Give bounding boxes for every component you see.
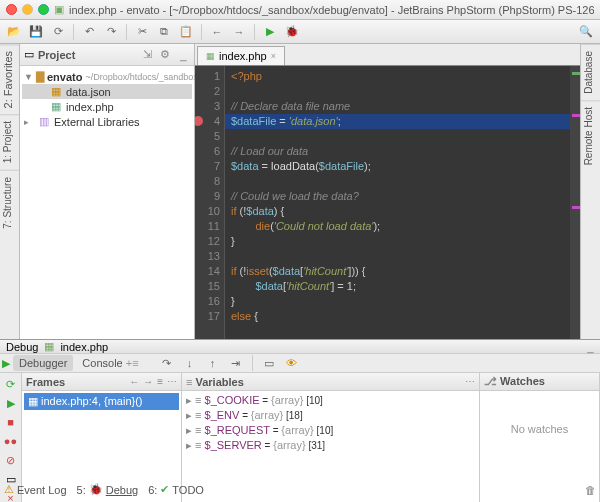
code-area[interactable]: <?php// Declare data file name$dataFile … — [225, 66, 580, 339]
debug-tabs: ▶ Debugger Console +≡ ↷ ↓ ↑ ⇥ ▭ 👁 — [0, 354, 600, 373]
file-icon: ▣ — [54, 3, 64, 16]
watches-panel: ⎇ Watches No watches + − — [480, 373, 600, 502]
close-icon[interactable]: × — [271, 51, 276, 61]
next-icon[interactable]: → — [143, 376, 153, 387]
tab-console[interactable]: Console +≡ — [76, 355, 144, 371]
open-icon[interactable]: 📂 — [4, 23, 24, 41]
variable-row[interactable]: ▸ ≡ $_SERVER = {array} [31] — [184, 438, 477, 453]
project-panel: ▭ Project ⇲ ⚙ ⎯ ▼ ▇ envato ~/Dropbox/htd… — [20, 44, 195, 339]
thread-icon[interactable]: ≡ — [157, 376, 163, 387]
run-to-cursor-icon[interactable]: ⇥ — [226, 354, 246, 372]
window-title: index.php - envato - [~/Dropbox/htdocs/_… — [69, 4, 594, 16]
project-icon: ▭ — [24, 48, 34, 61]
breakpoints-icon[interactable]: ●● — [3, 433, 19, 449]
left-tool-tabs: 2: Favorites 1: Project 7: Structure — [0, 44, 20, 339]
mute-icon[interactable]: ⊘ — [3, 452, 19, 468]
rerun-icon[interactable]: ⟳ — [3, 376, 19, 392]
frame-row[interactable]: ▦ index.php:4, {main}() — [24, 393, 179, 410]
save-icon[interactable]: 💾 — [26, 23, 46, 41]
debug-header-title: Debug — [6, 341, 38, 353]
tab-debug-bottom[interactable]: 5: 🐞Debug — [77, 483, 139, 496]
tab-structure[interactable]: 7: Structure — [0, 170, 19, 235]
back-icon[interactable]: ← — [207, 23, 227, 41]
chevron-right-icon: ▸ — [24, 117, 34, 127]
chevron-down-icon: ▼ — [24, 72, 33, 82]
editor-tabs: ▦ index.php × — [195, 44, 580, 66]
gutter[interactable]: 1234567891011121314151617 — [195, 66, 225, 339]
php-icon: ▦ — [49, 100, 63, 113]
redo-icon[interactable]: ↷ — [101, 23, 121, 41]
editor: ▦ index.php × 1234567891011121314151617 … — [195, 44, 580, 339]
variables-panel: ≡ Variables ⋯ ▸ ≡ $_COOKIE = {array} [10… — [182, 373, 480, 502]
json-icon: ▦ — [49, 85, 63, 98]
watch-icon[interactable]: 👁 — [282, 354, 302, 372]
tab-remote-host[interactable]: Remote Host — [581, 100, 600, 171]
php-icon: ▦ — [28, 395, 38, 408]
close-window-icon[interactable] — [6, 4, 17, 15]
php-icon: ▦ — [206, 51, 215, 61]
watches-title: ⎇ Watches — [484, 375, 595, 388]
variable-row[interactable]: ▸ ≡ $_COOKIE = {array} [10] — [184, 393, 477, 408]
variables-title: ≡ Variables — [186, 376, 461, 388]
tree-file-datajson[interactable]: ▦ data.json — [22, 84, 192, 99]
debug-icon[interactable]: 🐞 — [282, 23, 302, 41]
php-icon: ▦ — [44, 340, 54, 353]
debug-header: Debug ▦ index.php ⎯ — [0, 340, 600, 354]
more-icon[interactable]: ⋯ — [465, 376, 475, 387]
right-tool-tabs: Database Remote Host — [580, 44, 600, 339]
stop-icon[interactable]: ■ — [3, 414, 19, 430]
project-tree: ▼ ▇ envato ~/Dropbox/htdocs/_sandbox/xde… — [20, 66, 194, 132]
paste-icon[interactable]: 📋 — [176, 23, 196, 41]
project-header: ▭ Project ⇲ ⚙ ⎯ — [20, 44, 194, 66]
libs-icon: ▥ — [37, 115, 51, 128]
forward-icon[interactable]: → — [229, 23, 249, 41]
trash-icon[interactable]: 🗑 — [585, 484, 596, 496]
code-body[interactable]: 1234567891011121314151617 <?php// Declar… — [195, 66, 580, 339]
file-label: index.php — [66, 101, 114, 113]
minimize-window-icon[interactable] — [22, 4, 33, 15]
project-title: Project — [38, 49, 75, 61]
tab-project[interactable]: 1: Project — [0, 114, 19, 169]
copy-icon[interactable]: ⧉ — [154, 23, 174, 41]
resume-icon[interactable]: ▶ — [2, 357, 10, 370]
tab-todo[interactable]: 6: ✔TODO — [148, 483, 204, 496]
refresh-icon[interactable]: ⟳ — [48, 23, 68, 41]
step-into-icon[interactable]: ↓ — [180, 354, 200, 372]
tab-favorites[interactable]: 2: Favorites — [0, 44, 19, 114]
hide-icon[interactable]: ⎯ — [587, 341, 594, 353]
main-toolbar: 📂 💾 ⟳ ↶ ↷ ✂ ⧉ 📋 ← → ▶ 🐞 🔍 — [0, 20, 600, 44]
zoom-window-icon[interactable] — [38, 4, 49, 15]
resume-icon[interactable]: ▶ — [3, 395, 19, 411]
variable-row[interactable]: ▸ ≡ $_REQUEST = {array} [10] — [184, 423, 477, 438]
search-icon[interactable]: 🔍 — [576, 23, 596, 41]
error-stripe[interactable] — [570, 66, 580, 339]
tree-external-libs[interactable]: ▸ ▥ External Libraries — [22, 114, 192, 129]
collapse-icon[interactable]: ⇲ — [140, 48, 154, 62]
root-name: envato — [47, 71, 82, 83]
tab-debugger[interactable]: Debugger — [13, 355, 73, 371]
tab-database[interactable]: Database — [581, 44, 600, 100]
watches-empty: No watches — [482, 393, 597, 435]
more-icon[interactable]: ⋯ — [167, 376, 177, 387]
step-over-icon[interactable]: ↷ — [157, 354, 177, 372]
tab-eventlog[interactable]: ⚠Event Log — [4, 483, 67, 496]
editor-tab-indexphp[interactable]: ▦ index.php × — [197, 46, 285, 65]
file-label: data.json — [66, 86, 111, 98]
tab-label: index.php — [219, 50, 267, 62]
libs-label: External Libraries — [54, 116, 140, 128]
debug-file: index.php — [60, 341, 108, 353]
folder-icon: ▇ — [36, 70, 44, 83]
tree-file-indexphp[interactable]: ▦ index.php — [22, 99, 192, 114]
run-icon[interactable]: ▶ — [260, 23, 280, 41]
undo-icon[interactable]: ↶ — [79, 23, 99, 41]
prev-icon[interactable]: ← — [129, 376, 139, 387]
evaluate-icon[interactable]: ▭ — [259, 354, 279, 372]
step-out-icon[interactable]: ↑ — [203, 354, 223, 372]
tree-root[interactable]: ▼ ▇ envato ~/Dropbox/htdocs/_sandbox/xde… — [22, 69, 192, 84]
hide-icon[interactable]: ⎯ — [176, 48, 190, 62]
variable-row[interactable]: ▸ ≡ $_ENV = {array} [18] — [184, 408, 477, 423]
frames-title: Frames — [26, 376, 125, 388]
gear-icon[interactable]: ⚙ — [158, 48, 172, 62]
frame-label: index.php:4, {main}() — [41, 395, 143, 408]
cut-icon[interactable]: ✂ — [132, 23, 152, 41]
